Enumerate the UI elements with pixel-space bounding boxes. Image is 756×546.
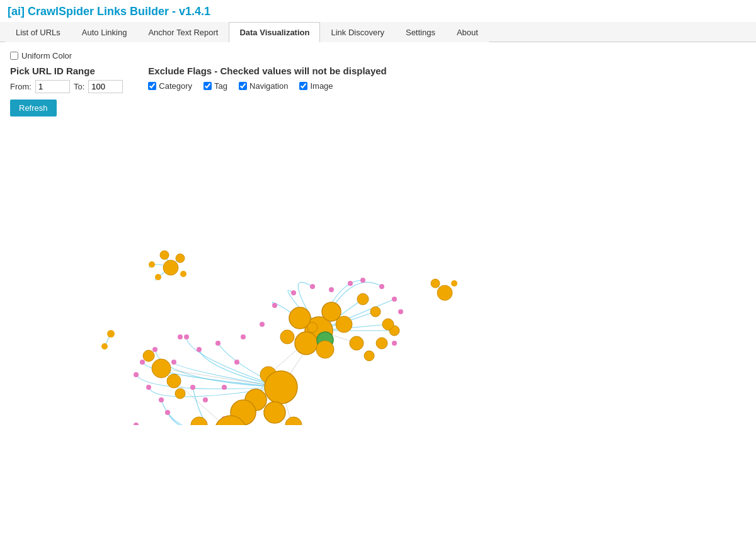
exclude-flags-title: Exclude Flags - Checked values will not … [148,65,746,76]
flag-navigation-label: Navigation [249,81,288,91]
svg-point-46 [392,341,397,346]
svg-point-51 [140,360,145,365]
flag-category: Category [148,81,192,91]
svg-point-86 [295,332,318,355]
range-inputs: From: To: [10,80,123,93]
svg-point-105 [143,350,154,361]
svg-point-73 [155,274,161,280]
svg-point-100 [265,371,297,404]
svg-point-70 [160,251,169,259]
from-label: From: [10,82,32,91]
refresh-button[interactable]: Refresh [10,100,57,117]
svg-point-72 [149,261,155,268]
svg-point-78 [107,330,115,338]
tab-about[interactable]: About [446,22,489,42]
tab-anchor-text-report[interactable]: Anchor Text Report [137,22,229,42]
flag-tag: Tag [203,81,227,91]
flag-category-checkbox[interactable] [148,82,156,90]
left-controls: Pick URL ID Range From: To: Refresh [10,65,123,117]
app-title: [ai] CrawlSpider Links Builder - v1.4.1 [0,0,756,22]
svg-point-31 [190,385,195,390]
svg-point-44 [392,297,397,302]
svg-point-89 [316,341,334,358]
svg-point-109 [191,417,207,425]
svg-point-32 [203,397,208,402]
uniform-color-label: Uniform Color [21,51,72,60]
pick-range-label: Pick URL ID Range [10,65,123,76]
svg-point-104 [167,374,181,388]
svg-point-103 [152,359,171,378]
svg-point-28 [197,347,202,352]
flag-image-checkbox[interactable] [299,82,307,90]
svg-point-41 [348,281,353,286]
svg-point-48 [159,397,164,402]
tab-link-discovery[interactable]: Link Discovery [320,22,395,42]
to-label: To: [74,82,84,91]
svg-point-115 [307,322,318,333]
svg-point-71 [176,254,185,263]
uniform-color-checkbox[interactable] [10,52,18,60]
right-controls: Exclude Flags - Checked values will not … [148,65,746,91]
svg-point-38 [291,290,296,295]
svg-point-36 [260,322,265,327]
svg-point-49 [146,385,151,390]
svg-point-102 [285,417,302,425]
svg-point-50 [134,372,139,377]
flag-navigation-checkbox[interactable] [239,82,247,90]
flags-row: Category Tag Navigation Image [148,81,746,91]
svg-point-74 [180,271,186,277]
uniform-color-row: Uniform Color [10,51,746,60]
svg-point-96 [382,319,394,330]
flag-tag-label: Tag [214,81,227,91]
svg-point-95 [370,307,381,317]
svg-point-91 [364,351,374,361]
from-input[interactable] [35,80,70,93]
svg-point-79 [101,343,108,350]
svg-point-27 [215,341,220,346]
tab-auto-linking[interactable]: Auto Linking [71,22,138,42]
svg-point-85 [336,316,352,333]
svg-point-92 [376,338,387,349]
to-input[interactable] [88,80,123,93]
svg-point-76 [431,279,440,288]
flag-navigation: Navigation [239,81,288,91]
tab-data-visualization[interactable]: Data Visualization [229,22,320,42]
svg-point-53 [178,334,183,339]
flag-image-label: Image [310,81,333,91]
svg-point-40 [329,287,334,292]
controls-row: Pick URL ID Range From: To: Refresh Excl… [10,65,746,117]
svg-point-77 [451,280,457,287]
svg-point-47 [165,410,170,415]
main-nodes-group [101,251,457,425]
svg-point-30 [171,360,176,365]
tab-settings[interactable]: Settings [395,22,446,42]
svg-point-39 [310,284,315,289]
svg-point-45 [398,309,403,314]
svg-point-94 [357,293,369,305]
flag-tag-checkbox[interactable] [203,82,212,90]
visualization-svg [10,123,746,425]
svg-point-43 [379,284,384,289]
svg-point-106 [175,389,185,399]
svg-point-42 [360,278,365,283]
svg-point-29 [184,334,189,339]
svg-point-69 [163,260,178,275]
svg-point-34 [234,360,239,365]
svg-point-90 [350,336,364,350]
tab-list-of-urls[interactable]: List of URLs [5,22,71,42]
tab-bar: List of URLs Auto Linking Anchor Text Re… [0,22,756,42]
svg-point-52 [152,347,158,352]
svg-point-88 [280,330,294,344]
flag-image: Image [299,81,333,91]
flag-category-label: Category [159,81,192,91]
svg-point-101 [264,402,285,423]
svg-point-33 [222,385,227,390]
svg-point-35 [241,334,246,339]
svg-point-65 [134,423,139,425]
svg-point-37 [272,303,277,308]
visualization-area [10,123,746,425]
main-content: Uniform Color Pick URL ID Range From: To… [0,42,756,434]
svg-point-83 [289,307,311,329]
svg-point-75 [437,285,452,300]
